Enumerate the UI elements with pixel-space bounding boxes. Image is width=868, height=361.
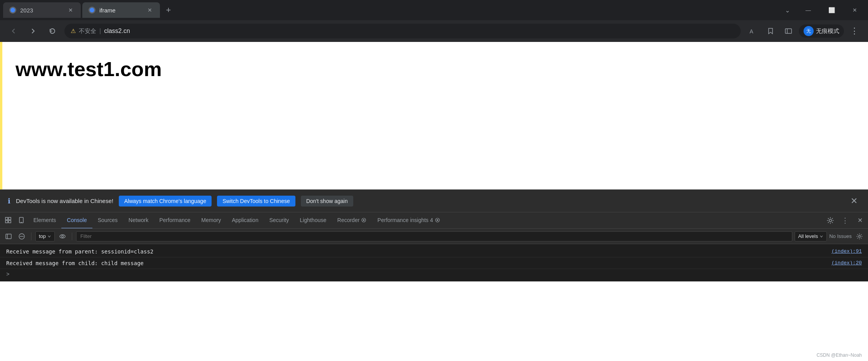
close-button[interactable]: ✕ xyxy=(845,2,865,18)
dont-show-again-button[interactable]: Don't show again xyxy=(301,196,353,207)
devtools-tab-memory[interactable]: Memory xyxy=(196,212,227,229)
svg-point-21 xyxy=(62,235,64,237)
devtools-tab-network[interactable]: Network xyxy=(123,212,154,229)
expand-symbol: > xyxy=(6,271,9,278)
console-sidebar-button[interactable] xyxy=(3,231,14,242)
tab-2023[interactable]: 2023 ✕ xyxy=(3,2,81,18)
devtools-tab-performance[interactable]: Performance xyxy=(154,212,196,229)
tab-security-label: Security xyxy=(269,217,289,223)
left-accent-bar xyxy=(0,42,2,189)
tab-console-label: Console xyxy=(67,217,87,223)
devtools-tab-sources[interactable]: Sources xyxy=(92,212,123,229)
always-match-language-button[interactable]: Always match Chrome's language xyxy=(119,196,212,207)
translate-icon[interactable]: A xyxy=(745,24,760,38)
devtools-close-button[interactable]: ✕ xyxy=(853,214,866,227)
url-bar[interactable]: ⚠ 不安全 | class2.cn xyxy=(64,24,741,38)
forward-button[interactable] xyxy=(26,24,40,38)
webpage-title: www.test1.com xyxy=(16,57,852,81)
devtools-tab-bar: Elements Console Sources Network Perform… xyxy=(0,212,868,229)
reload-button[interactable] xyxy=(45,24,60,38)
svg-rect-6 xyxy=(5,220,8,223)
console-eye-button[interactable] xyxy=(57,231,68,242)
notification-close-button[interactable]: ✕ xyxy=(848,195,860,207)
tab-sources-label: Sources xyxy=(98,217,118,223)
console-text-1: Receive message from parent: sessionid=c… xyxy=(6,248,832,255)
back-button[interactable] xyxy=(6,24,21,38)
tab-bar: 2023 ✕ iframe ✕ + ⌄ — ⬜ ✕ xyxy=(0,0,868,20)
tab-performance-label: Performance xyxy=(159,217,190,223)
devtools-tab-perf-insights[interactable]: Performance insights 4 xyxy=(372,212,445,229)
log-levels-selector[interactable]: All levels xyxy=(795,231,827,241)
svg-rect-7 xyxy=(9,217,11,220)
devtools-more-button[interactable]: ⋮ xyxy=(838,214,852,227)
devtools-panel: Elements Console Sources Network Perform… xyxy=(0,212,868,281)
no-issues-text: No Issues xyxy=(829,233,852,239)
profile-button[interactable]: 无 无痕模式 xyxy=(799,24,844,38)
sidebar-icon[interactable] xyxy=(781,24,796,38)
console-expand-button[interactable]: > xyxy=(0,269,868,280)
devtools-tab-console[interactable]: Console xyxy=(61,212,92,229)
url-separator: | xyxy=(99,28,101,35)
tab-title-iframe: iframe xyxy=(99,7,142,14)
minimize-button[interactable]: — xyxy=(798,2,818,18)
svg-point-1 xyxy=(90,8,94,12)
tab-close-iframe[interactable]: ✕ xyxy=(146,6,154,14)
context-selector[interactable]: top xyxy=(35,231,55,241)
page-watermark: CSDN @Ethan~Noah xyxy=(816,352,862,358)
tab-favicon-2023 xyxy=(9,7,16,14)
svg-rect-3 xyxy=(785,29,792,33)
webpage-content: www.test1.com xyxy=(0,42,868,189)
profile-label: 无痕模式 xyxy=(816,28,839,35)
browser-menu-button[interactable]: ⋮ xyxy=(847,24,862,38)
switch-to-chinese-button[interactable]: Switch DevTools to Chinese xyxy=(217,196,295,207)
security-text: 不安全 xyxy=(79,28,96,35)
tab-perf-insights-label: Performance insights 4 xyxy=(377,217,433,223)
levels-label: All levels xyxy=(798,233,818,239)
tab-recorder-label: Recorder xyxy=(337,217,360,223)
console-link-2[interactable]: (index):20 xyxy=(832,260,862,266)
svg-rect-10 xyxy=(21,222,22,222)
devtools-inspect-button[interactable] xyxy=(2,212,15,229)
tab-iframe[interactable]: iframe ✕ xyxy=(82,2,160,18)
console-link-1[interactable]: (index):91 xyxy=(832,248,862,254)
tab-close-2023[interactable]: ✕ xyxy=(67,6,75,14)
console-text-2: Received message from child: child messa… xyxy=(6,260,832,266)
address-bar: ⚠ 不安全 | class2.cn A 无 无痕模式 ⋮ xyxy=(0,20,868,42)
notification-info-icon: ℹ xyxy=(8,197,10,205)
devtools-tab-application[interactable]: Application xyxy=(226,212,264,229)
tab-favicon-iframe xyxy=(89,7,95,14)
url-display: class2.cn xyxy=(104,28,734,35)
devtools-right-icons: ⋮ ✕ xyxy=(824,214,866,227)
console-clear-button[interactable] xyxy=(16,231,27,242)
devtools-tab-lighthouse[interactable]: Lighthouse xyxy=(294,212,332,229)
devtools-tab-elements[interactable]: Elements xyxy=(28,212,61,229)
console-settings-button[interactable] xyxy=(854,231,865,242)
toolbar-divider-1 xyxy=(31,233,31,240)
svg-point-15 xyxy=(829,219,832,222)
security-warning-icon: ⚠ xyxy=(71,28,76,35)
devtools-tab-security[interactable]: Security xyxy=(264,212,295,229)
devtools-device-button[interactable] xyxy=(15,212,28,229)
tab-application-label: Application xyxy=(232,217,259,223)
webpage-body: www.test1.com xyxy=(0,42,868,96)
tab-title-2023: 2023 xyxy=(20,7,63,14)
svg-point-14 xyxy=(437,219,438,221)
console-filter-input[interactable] xyxy=(76,231,792,241)
add-tab-button[interactable]: + xyxy=(161,3,175,17)
browser-chrome: 2023 ✕ iframe ✕ + ⌄ — ⬜ ✕ xyxy=(0,0,868,42)
toolbar-divider-2 xyxy=(72,233,72,240)
svg-point-22 xyxy=(859,235,861,237)
console-output: Receive message from parent: sessionid=c… xyxy=(0,244,868,281)
tab-elements-label: Elements xyxy=(33,217,56,223)
bookmark-icon[interactable] xyxy=(763,24,778,38)
devtools-notification-bar: ℹ DevTools is now available in Chinese! … xyxy=(0,189,868,212)
devtools-tab-recorder[interactable]: Recorder xyxy=(332,212,372,229)
context-label: top xyxy=(39,233,46,239)
maximize-button[interactable]: ⬜ xyxy=(821,2,842,18)
devtools-settings-button[interactable] xyxy=(824,214,837,227)
svg-point-12 xyxy=(363,219,365,221)
profile-avatar: 无 xyxy=(804,26,814,36)
window-list-button[interactable]: ⌄ xyxy=(779,2,795,18)
svg-rect-9 xyxy=(19,217,23,223)
svg-point-0 xyxy=(10,8,15,12)
